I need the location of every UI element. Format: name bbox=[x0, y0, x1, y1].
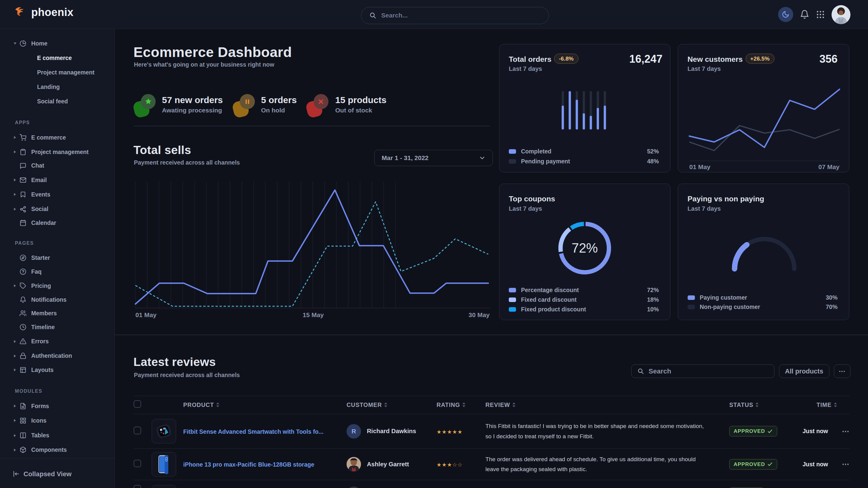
svg-text:01 May: 01 May bbox=[135, 312, 157, 318]
svg-text:07 May: 07 May bbox=[818, 163, 839, 170]
svg-text:15 May: 15 May bbox=[303, 312, 323, 318]
svg-text:72%: 72% bbox=[571, 241, 598, 255]
svg-text:30 May: 30 May bbox=[468, 312, 490, 318]
svg-text:01 May: 01 May bbox=[689, 163, 711, 170]
